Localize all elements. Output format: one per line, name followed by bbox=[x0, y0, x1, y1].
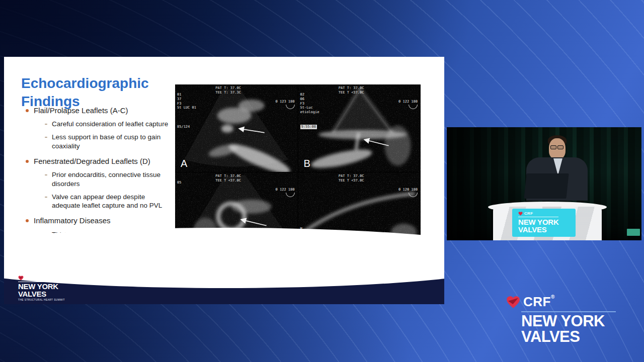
bullet-dot-icon bbox=[26, 160, 29, 163]
sub-bullet-item: Valve can appear deep despite adequate l… bbox=[44, 193, 174, 211]
echo-osd-temps: PAT T: 37.0CTEE T <37.0C bbox=[339, 86, 364, 95]
brand-line2: VALVES bbox=[521, 329, 616, 344]
echo-osd-side-text: 05 bbox=[177, 180, 181, 185]
bullet-dot-icon bbox=[26, 109, 29, 112]
webcast-frame: Echocardiographic Findings Flail/Prolaps… bbox=[0, 0, 644, 362]
sub-bullet-dash-icon bbox=[45, 124, 47, 125]
footer-logo-line2: VALVES bbox=[18, 290, 65, 298]
sub-bullet-dash-icon bbox=[45, 137, 47, 138]
sub-bullet-text: Careful consideration of leaflet capture bbox=[52, 120, 168, 128]
presentation-slide: Echocardiographic Findings Flail/Prolaps… bbox=[4, 57, 444, 304]
probe-angle-arc-icon bbox=[409, 105, 418, 109]
echo-osd-temps: PAT T: 37.0CTEE T: 37.3C bbox=[215, 86, 241, 95]
echo-osd-extra: 9:55:08 bbox=[300, 125, 317, 129]
bullet-text: Flail/Prolapse Leaflets (A-C) bbox=[34, 106, 128, 115]
sub-bullet-text: Prior endocarditis, connective tissue di… bbox=[52, 171, 160, 188]
podium-sign: CRF NEW YORK VALVES bbox=[512, 209, 576, 237]
sub-bullet-item: Prior endocarditis, connective tissue di… bbox=[44, 170, 174, 189]
speaker-glasses bbox=[550, 145, 565, 149]
echo-osd-angle: 0 123 180 bbox=[276, 100, 295, 110]
panel-label: B bbox=[304, 158, 310, 169]
stage-monitor bbox=[627, 229, 640, 236]
panel-label: A bbox=[181, 158, 187, 169]
podium: CRF NEW YORK VALVES bbox=[488, 202, 607, 240]
footer-logo-org: CRF® bbox=[25, 275, 38, 281]
podium-laptop bbox=[524, 173, 569, 199]
footer-logo-tagline: THE STRUCTURAL HEART SUMMIT bbox=[18, 299, 65, 301]
sub-bullet-item: Careful consideration of leaflet capture bbox=[44, 120, 174, 129]
podium-sign-org: CRF bbox=[524, 211, 533, 216]
bullet-dot-icon bbox=[26, 219, 29, 222]
probe-angle-arc-icon bbox=[286, 105, 295, 109]
sub-bullet-list: Prior endocarditis, connective tissue di… bbox=[25, 170, 174, 210]
echo-osd-extra: 85/124 bbox=[177, 125, 190, 129]
sub-bullet-dash-icon bbox=[45, 174, 47, 175]
bullet-item: Flail/Prolapse Leaflets (A-C) Careful co… bbox=[25, 106, 174, 151]
podium-sign-line1: NEW YORK bbox=[518, 218, 576, 226]
heart-icon bbox=[518, 212, 523, 216]
probe-angle-arc-icon bbox=[286, 193, 295, 197]
crf-nyv-footer-logo: CRF® NEW YORK VALVES THE STRUCTURAL HEAR… bbox=[18, 275, 65, 301]
echo-panel-a: PAT T: 37.0CTEE T: 37.3C 01 37 F3 St LUC… bbox=[175, 84, 298, 172]
brand-org: CRF® bbox=[523, 294, 555, 310]
echo-osd-temps: PAT T: 37.0CTEE T <37.0C bbox=[215, 174, 241, 183]
echo-osd-angle: 0 120 180 bbox=[398, 188, 418, 198]
podium-sign-line2: VALVES bbox=[518, 226, 576, 233]
bullet-text: Inflammatory Diseases bbox=[34, 216, 111, 225]
speaker-video-feed: CRF NEW YORK VALVES bbox=[447, 127, 641, 240]
bullet-item: Fenestrated/Degraded Leaflets (D) Prior … bbox=[25, 157, 174, 211]
slide-title: Echocardiographic Findings bbox=[21, 74, 177, 111]
sub-bullet-item: Less support in base of cusp to gain coa… bbox=[44, 133, 174, 151]
echo-osd-temps: PAT T: 37.0CTEE T <37.0C bbox=[339, 174, 364, 183]
echo-osd-angle: 0 122 180 bbox=[398, 100, 418, 110]
echo-panel-b: PAT T: 37.0CTEE T <37.0C 02 06 F3 St-Luc… bbox=[298, 84, 421, 172]
podium-sign-rule bbox=[518, 217, 558, 217]
probe-angle-arc-icon bbox=[409, 193, 418, 197]
slide-footer-bar: CRF® NEW YORK VALVES THE STRUCTURAL HEAR… bbox=[4, 271, 444, 304]
heart-icon bbox=[506, 296, 520, 309]
echo-osd-side-text: 01 37 F3 St LUC 01 bbox=[177, 93, 196, 110]
bullet-text: Fenestrated/Degraded Leaflets (D) bbox=[34, 157, 150, 165]
heart-icon bbox=[18, 276, 24, 281]
footer-logo-line1: NEW YORK bbox=[18, 283, 65, 290]
sub-bullet-text: Less support in base of cusp to gain coa… bbox=[52, 133, 160, 150]
sub-bullet-list: Careful consideration of leaflet capture… bbox=[25, 120, 174, 150]
sub-bullet-text: Valve can appear deep despite adequate l… bbox=[52, 193, 162, 210]
echo-osd-angle: 0 122 180 bbox=[276, 188, 295, 198]
sub-bullet-dash-icon bbox=[45, 197, 47, 198]
echo-osd-side-text: 02 06 F3 St-Luc etiologie bbox=[300, 93, 319, 115]
brand-line1: NEW YORK bbox=[521, 313, 616, 329]
crf-nyv-brand-logo: CRF® NEW YORK VALVES bbox=[506, 294, 616, 344]
